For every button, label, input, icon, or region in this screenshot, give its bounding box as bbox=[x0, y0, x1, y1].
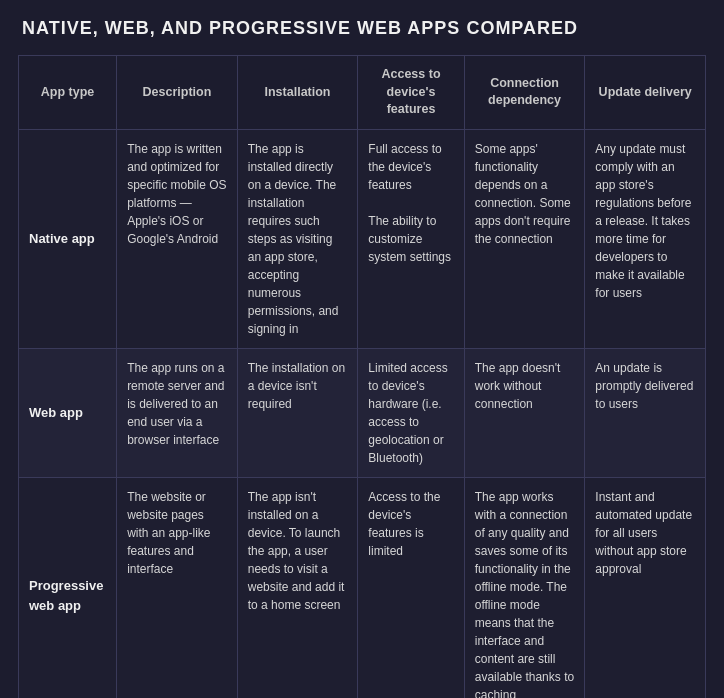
cell-1-app_type: Web app bbox=[19, 348, 117, 477]
header-update: Update delivery bbox=[585, 56, 706, 130]
cell-1-update: An update is promptly delivered to users bbox=[585, 348, 706, 477]
header-connection: Connection dependency bbox=[464, 56, 585, 130]
header-access: Access to device's features bbox=[358, 56, 464, 130]
table-row: Web appThe app runs on a remote server a… bbox=[19, 348, 706, 477]
cell-0-description: The app is written and optimized for spe… bbox=[117, 129, 238, 348]
cell-2-access: Access to the device's features is limit… bbox=[358, 477, 464, 698]
cell-2-update: Instant and automated update for all use… bbox=[585, 477, 706, 698]
comparison-table: App type Description Installation Access… bbox=[18, 55, 706, 698]
cell-2-installation: The app isn't installed on a device. To … bbox=[237, 477, 358, 698]
cell-2-connection: The app works with a connection of any q… bbox=[464, 477, 585, 698]
cell-1-description: The app runs on a remote server and is d… bbox=[117, 348, 238, 477]
cell-0-installation: The app is installed directly on a devic… bbox=[237, 129, 358, 348]
header-installation: Installation bbox=[237, 56, 358, 130]
cell-2-description: The website or website pages with an app… bbox=[117, 477, 238, 698]
cell-0-access: Full access to the device's featuresThe … bbox=[358, 129, 464, 348]
table-row: Progressive web appThe website or websit… bbox=[19, 477, 706, 698]
cell-0-update: Any update must comply with an app store… bbox=[585, 129, 706, 348]
cell-0-connection: Some apps' functionality depends on a co… bbox=[464, 129, 585, 348]
cell-1-access: Limited access to device's hardware (i.e… bbox=[358, 348, 464, 477]
header-app-type: App type bbox=[19, 56, 117, 130]
header-description: Description bbox=[117, 56, 238, 130]
page-container: NATIVE, WEB, AND PROGRESSIVE WEB APPS CO… bbox=[0, 0, 724, 698]
cell-2-app_type: Progressive web app bbox=[19, 477, 117, 698]
cell-0-app_type: Native app bbox=[19, 129, 117, 348]
table-row: Native appThe app is written and optimiz… bbox=[19, 129, 706, 348]
cell-1-connection: The app doesn't work without connection bbox=[464, 348, 585, 477]
cell-1-installation: The installation on a device isn't requi… bbox=[237, 348, 358, 477]
page-title: NATIVE, WEB, AND PROGRESSIVE WEB APPS CO… bbox=[18, 18, 706, 39]
